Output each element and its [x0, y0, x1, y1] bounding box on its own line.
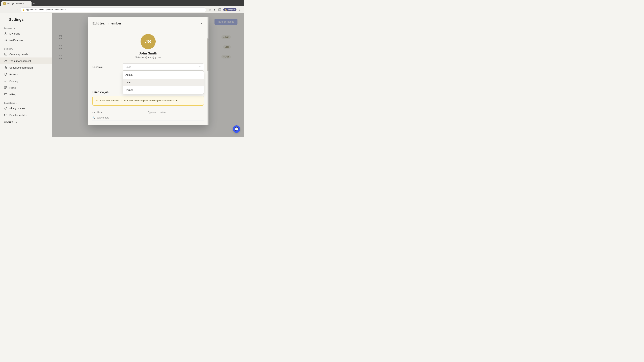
sidebar-title: Settings — [9, 17, 24, 22]
chat-icon: 💬 — [234, 127, 239, 131]
section-label-candidates[interactable]: Candidates ▼ — [0, 100, 52, 105]
user-icon — [4, 32, 8, 35]
dropdown-item-owner-label: Owner — [126, 88, 133, 91]
hired-via-job-section: Hired via job ⚠ If this user was hired v… — [92, 91, 204, 120]
search-icon: 🔍 — [92, 116, 95, 119]
role-select-button[interactable]: User ▼ — [122, 63, 204, 70]
user-name: John Smith — [139, 51, 157, 55]
content-area: Invite colleague andford method admin ··… — [52, 13, 244, 137]
reload-button[interactable]: ↺ — [15, 7, 18, 12]
privacy-icon — [4, 72, 8, 76]
avatar: JS — [140, 34, 156, 49]
search-input[interactable] — [96, 116, 204, 119]
sidebar-item-plans[interactable]: Plans — [0, 84, 52, 91]
modal-header: Edit team member × — [88, 17, 208, 29]
key-icon — [4, 79, 8, 83]
section-candidates-chevron: ▼ — [16, 102, 18, 104]
grid-icon — [4, 86, 8, 89]
sidebar-item-label: Privacy — [10, 73, 18, 76]
incognito-label: Incognito — [228, 9, 235, 11]
role-select-value: User — [126, 65, 131, 68]
sidebar-item-email-templates[interactable]: Email templates — [0, 112, 52, 118]
extensions-button[interactable]: 🔲 — [218, 8, 222, 12]
sidebar: ← Settings Personal ▼ My profile Notific… — [0, 13, 52, 137]
dropdown-item-owner[interactable]: Owner — [123, 86, 204, 94]
section-personal-chevron: ▼ — [14, 27, 15, 29]
download-button[interactable]: ⬇ — [213, 8, 216, 12]
sidebar-item-notifications[interactable]: Notifications — [0, 37, 52, 43]
svg-rect-1 — [4, 53, 7, 55]
avatar-initials: JS — [145, 39, 151, 44]
tab-bar: H Settings · Homerun × + — [0, 0, 244, 6]
sidebar-item-team-management[interactable]: Team management — [0, 57, 52, 64]
incognito-icon: 🕵 — [224, 8, 227, 11]
sidebar-item-billing[interactable]: Billing — [0, 91, 52, 98]
dropdown-item-admin-label: Admin — [126, 73, 133, 76]
user-role-row: User role User ▼ Admin — [92, 63, 204, 70]
sidebar-item-my-profile[interactable]: My profile — [0, 30, 52, 37]
user-role-control: User ▼ Admin User — [122, 63, 204, 70]
modal-table-header: Job title ▲ Type and Location — [92, 110, 204, 115]
sidebar-header: ← Settings — [0, 17, 52, 26]
new-tab-button[interactable]: + — [32, 1, 36, 6]
section-company-chevron: ▼ — [14, 48, 16, 50]
url-bar[interactable]: 🔒 app.homerun.co/settings/team-managemen… — [20, 7, 206, 12]
sidebar-item-label: Hiring process — [10, 107, 26, 110]
sidebar-item-label: Plans — [10, 86, 16, 89]
section-candidates-text: Candidates — [4, 102, 15, 104]
building-icon — [4, 52, 8, 56]
chat-button[interactable]: 💬 — [233, 125, 240, 133]
url-text: app.homerun.co/settings/team-management — [26, 8, 66, 11]
dropdown-item-user-label: User — [126, 81, 131, 84]
modal-close-button[interactable]: × — [199, 21, 204, 26]
modal-overlay: Edit team member × JS John Smith 488ed9a… — [52, 13, 244, 137]
warning-box: ⚠ If this user was hired v... user from … — [92, 96, 204, 106]
svg-point-5 — [5, 81, 6, 82]
sidebar-item-sensitive-information[interactable]: Sensitive information — [0, 64, 52, 71]
sidebar-divider-2 — [0, 99, 52, 99]
browser-actions: ☆ ⬇ 🔲 🕵 Incognito ⋮ — [208, 8, 242, 12]
modal-title: Edit team member — [92, 21, 122, 25]
sidebar-item-label: Email templates — [10, 114, 27, 116]
main-layout: ← Settings Personal ▼ My profile Notific… — [0, 13, 244, 137]
tab-title: Settings · Homerun — [7, 2, 24, 5]
table-col-job-title: Job title ▲ — [92, 111, 148, 113]
mail-icon — [4, 113, 8, 117]
svg-rect-8 — [4, 88, 5, 89]
tab-close-button[interactable]: × — [28, 2, 30, 4]
menu-button[interactable]: ⋮ — [238, 8, 242, 12]
bookmark-button[interactable]: ☆ — [208, 8, 212, 12]
sidebar-item-security[interactable]: Security — [0, 78, 52, 84]
section-label-company[interactable]: Company ▼ — [0, 46, 52, 51]
bell-icon — [4, 38, 8, 42]
svg-point-3 — [6, 60, 7, 61]
users-icon — [4, 59, 8, 62]
active-tab[interactable]: H Settings · Homerun × — [1, 1, 32, 6]
credit-card-icon — [4, 93, 8, 96]
tab-favicon: H — [3, 2, 6, 5]
sidebar-item-company-details[interactable]: Company details — [0, 51, 52, 57]
scroll-thumb — [207, 38, 208, 71]
dropdown-item-user[interactable]: User — [123, 79, 204, 86]
forward-button[interactable]: → — [9, 7, 13, 12]
sidebar-item-hiring-process[interactable]: Hiring process — [0, 105, 52, 112]
table-col-type-location: Type and Location — [148, 111, 204, 113]
sidebar-item-label: Company details — [10, 53, 28, 56]
secure-icon: 🔒 — [22, 8, 25, 11]
edit-team-member-modal: Edit team member × JS John Smith 488ed9a… — [88, 17, 208, 125]
svg-rect-10 — [4, 93, 7, 95]
user-role-label: User role — [92, 65, 122, 68]
user-email: 488ed9ac@moodjoy.com — [135, 56, 161, 59]
scroll-track[interactable] — [207, 17, 208, 125]
sidebar-back-button[interactable]: ← — [4, 18, 7, 21]
incognito-badge: 🕵 Incognito — [223, 8, 236, 11]
svg-rect-12 — [4, 114, 7, 116]
svg-point-0 — [5, 32, 6, 33]
svg-rect-6 — [4, 86, 5, 87]
dropdown-item-admin[interactable]: Admin — [123, 71, 204, 79]
sidebar-item-privacy[interactable]: Privacy — [0, 71, 52, 78]
back-button[interactable]: ← — [3, 7, 7, 12]
section-label-personal[interactable]: Personal ▼ — [0, 26, 52, 30]
sidebar-item-label: Security — [10, 80, 18, 82]
warning-icon: ⚠ — [96, 99, 98, 103]
